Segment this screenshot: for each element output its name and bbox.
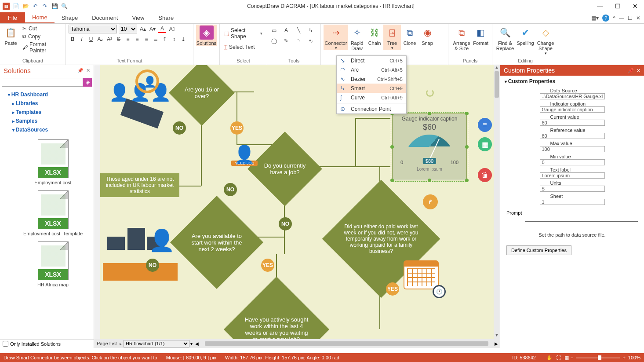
bold-icon[interactable]: B [69, 35, 76, 43]
hscroll-left-icon[interactable]: ◀ [195, 341, 199, 346]
q3-yes[interactable]: YES [261, 259, 274, 272]
select-shape-button[interactable]: ⬚Select Shape▾ [222, 26, 264, 40]
qat-preview-icon[interactable]: 🔍 [61, 3, 68, 10]
align-center-icon[interactable]: ≡ [133, 35, 141, 43]
q4-no[interactable]: NO [279, 217, 292, 230]
tool-spline-icon[interactable]: ∿ [307, 37, 315, 45]
solutions-close-icon[interactable]: ✕ [86, 68, 90, 73]
snap-button[interactable]: ◉Snap [418, 25, 436, 46]
note-under16[interactable]: Those aged under 16 are not included in … [100, 173, 179, 197]
tab-file[interactable]: File [0, 12, 25, 23]
align-right-icon[interactable]: ≡ [142, 35, 150, 43]
qat-save-icon[interactable]: 💾 [51, 3, 58, 10]
tree-datasources[interactable]: DataSources [0, 125, 94, 134]
close-button[interactable]: ✕ [629, 3, 641, 10]
change-shape-button[interactable]: ◇Change Shape▾ [535, 25, 556, 55]
zoom-slider[interactable] [576, 357, 620, 358]
help-icon[interactable]: ? [602, 15, 609, 22]
fontsize-combo[interactable]: 10 [119, 25, 137, 33]
q2-no[interactable]: NO [224, 183, 237, 196]
solutions-button[interactable]: ◈ Solutions [196, 25, 217, 46]
zoom-in-icon[interactable]: + [622, 355, 625, 360]
underline-icon[interactable]: U [87, 35, 95, 43]
diagram-canvas[interactable]: Are you 16 or over? 👤👤👤 👤 NO YES Those a… [100, 65, 494, 339]
valign-top-icon[interactable]: ⤒ [161, 35, 169, 43]
tool-arc-icon[interactable]: ◝ [295, 37, 302, 45]
route-marker[interactable]: ↱ [423, 194, 438, 209]
valign-mid-icon[interactable]: ↕ [170, 35, 178, 43]
scroll-down-icon[interactable]: ▼ [494, 333, 500, 339]
tab-view[interactable]: View [125, 12, 151, 23]
hscroll-right-icon[interactable]: ▶ [495, 341, 498, 346]
props-close-icon[interactable]: ✕ [637, 68, 640, 73]
q4-yes[interactable]: YES [386, 282, 399, 296]
arrange-button[interactable]: ⧉Arrange & Size [451, 25, 472, 51]
q1-yes[interactable]: YES [230, 121, 244, 135]
copy-button[interactable]: ⧉Copy [21, 33, 63, 40]
tool-pencil-icon[interactable]: ✎ [282, 37, 290, 45]
tool-ellipse-icon[interactable]: ◯ [270, 37, 278, 45]
prop-input-sheet[interactable] [540, 199, 605, 205]
tab-home[interactable]: Home [25, 12, 55, 23]
connector-menu-arc[interactable]: ◠ArcCtrl+Alt+5 [337, 65, 406, 74]
ds-item-0[interactable]: XLSXEmployment cost [12, 139, 94, 185]
cut-button[interactable]: ✂Cut [21, 25, 63, 33]
format-painter-button[interactable]: 🖌Format Painter [21, 40, 63, 55]
status-grid-icon[interactable]: ▦ [564, 355, 569, 361]
status-hand-icon[interactable]: ✋ [546, 355, 553, 361]
qat-new-icon[interactable]: 📄 [12, 3, 19, 10]
prop-input-reference-value[interactable] [540, 133, 605, 139]
page-combo[interactable]: HR flowchart (1/1) [124, 340, 189, 347]
maximize-button[interactable]: ☐ [611, 3, 624, 10]
connector-menu-bezier[interactable]: ∿BezierCtrl+Shift+5 [337, 74, 406, 84]
ds-item-2[interactable]: XLSXHR Africa map [12, 241, 94, 287]
prop-input-data-source[interactable] [540, 93, 605, 99]
shrink-font-icon[interactable]: A▾ [149, 25, 156, 33]
clear-format-icon[interactable]: Aͯ [168, 25, 176, 33]
prop-input-units[interactable] [540, 186, 605, 192]
tree-templates[interactable]: Templates [0, 108, 94, 117]
fab-data-icon[interactable]: ▦ [478, 137, 492, 151]
solutions-search-button[interactable]: ◈ [83, 78, 92, 87]
clone-button[interactable]: ⧉Clone [401, 25, 418, 46]
ds-item-1[interactable]: XLSXEmployment cost_Template [12, 190, 94, 236]
qat-undo-icon[interactable]: ↶ [32, 3, 39, 10]
tree-root[interactable]: HR Dashboard [0, 90, 94, 99]
tree-samples[interactable]: Samples [0, 117, 94, 125]
q1-no[interactable]: NO [173, 121, 186, 135]
font-color-icon[interactable]: A [158, 25, 166, 33]
align-left-icon[interactable]: ≡ [124, 35, 132, 43]
superscript-icon[interactable]: A² [106, 35, 113, 43]
zoom-value[interactable]: 100% [628, 355, 640, 360]
fab-menu-icon[interactable]: ≡ [478, 118, 492, 132]
connector-button[interactable]: ⇢Connector▾ [324, 25, 348, 50]
solutions-search-input[interactable] [2, 78, 83, 87]
ribbon-collapse-icon[interactable]: ^ [613, 15, 615, 21]
prop-input-text-label[interactable] [540, 172, 605, 179]
tab-document[interactable]: Document [85, 12, 125, 23]
rapid-draw-button[interactable]: ✧Rapid Draw [348, 25, 366, 51]
pagelist-nav-icon[interactable]: ▸ [120, 341, 122, 346]
connector-menu-curve[interactable]: ∫CurveCtrl+Alt+9 [337, 93, 406, 102]
only-installed-checkbox[interactable] [3, 341, 8, 347]
fab-delete-icon[interactable]: 🗑 [478, 168, 492, 182]
find-replace-button[interactable]: 🔍Find & Replace [495, 25, 515, 51]
q3-diamond[interactable]: Are you available to start work within t… [184, 209, 250, 275]
mdi-max-icon[interactable]: ☐ [628, 15, 633, 21]
paste-button[interactable]: 📋 Paste [3, 25, 19, 46]
spelling-button[interactable]: ✔Spelling [515, 25, 535, 46]
q2-diamond[interactable]: Do you currently have a job? [258, 143, 311, 195]
subscript-icon[interactable]: A₂ [96, 35, 104, 43]
prop-input-min-value[interactable] [540, 159, 605, 165]
zoom-out-icon[interactable]: − [571, 355, 573, 360]
tool-rect-icon[interactable]: ▭ [270, 26, 278, 34]
connector-menu-direct[interactable]: ↘DirectCtrl+5 [337, 56, 406, 65]
scroll-up-icon[interactable]: ▲ [494, 65, 500, 71]
q5-diamond[interactable]: Have you actively sought work within the… [239, 292, 314, 339]
tree-button[interactable]: ⍈Tree▾ [383, 25, 401, 50]
select-text-button[interactable]: ⌶Select Text [222, 43, 256, 51]
gauge-widget[interactable]: Gauge indicator caption $60 $80 0100 Lor… [392, 113, 467, 180]
page-dropdown-icon[interactable]: ▾ [190, 341, 193, 346]
tool-text-icon[interactable]: A [282, 26, 290, 34]
format-button[interactable]: ◧Format [472, 25, 489, 46]
